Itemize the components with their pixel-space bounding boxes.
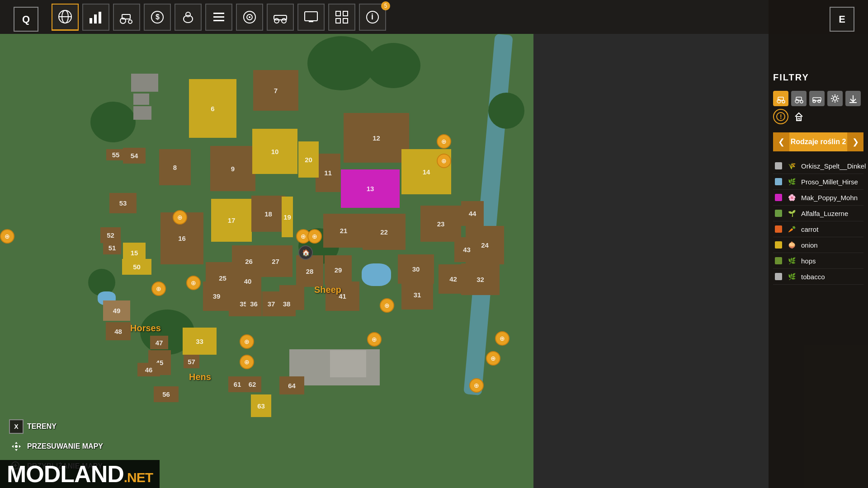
filter-small-tractor[interactable]: [791, 91, 807, 106]
toolbar-stats-btn[interactable]: [82, 4, 109, 31]
crop-color-1: [775, 178, 782, 185]
svg-rect-5: [99, 12, 101, 23]
crop-item-hops[interactable]: 🌿hops: [773, 253, 863, 269]
map-icon-9[interactable]: ⊕: [495, 331, 509, 346]
nav-title: Rodzaje roślin 2: [789, 138, 847, 146]
filter-download[interactable]: [845, 91, 861, 106]
filter-house[interactable]: [791, 109, 807, 124]
toolbar-screen-btn[interactable]: [297, 4, 325, 31]
field-38: 38: [278, 291, 296, 316]
crop-item-carrot[interactable]: 🥕carrot: [773, 221, 863, 237]
toolbar-map-btn[interactable]: [52, 4, 79, 31]
field-63: 63: [251, 394, 271, 417]
filter-tractor[interactable]: [773, 91, 788, 106]
map-icon-12[interactable]: ⊕: [240, 334, 254, 349]
toolbar: $ 5 i: [0, 0, 868, 34]
map-icon-8[interactable]: ⊕: [437, 154, 451, 168]
crop-item-mak_poppy_mohn[interactable]: 🌸Mak_Poppy_Mohn: [773, 190, 863, 206]
field-11: 11: [316, 154, 340, 192]
tereny-btn[interactable]: X TERENY: [9, 419, 103, 434]
toolbar-tractor-btn[interactable]: [113, 4, 140, 31]
q-button[interactable]: Q: [14, 7, 38, 32]
e-label: E: [839, 14, 845, 25]
toolbar-vehicle-btn[interactable]: [267, 4, 294, 31]
crop-item-onion[interactable]: 🧅onion: [773, 237, 863, 253]
map-icon-5[interactable]: ⊕: [307, 229, 322, 244]
pond: [362, 263, 391, 286]
map-icon-14[interactable]: ⊕: [367, 332, 382, 347]
svg-rect-27: [343, 11, 348, 16]
crop-icon-2: 🌸: [787, 192, 797, 202]
field-50: 50: [122, 259, 151, 275]
field-22: 22: [363, 214, 406, 250]
crop-list: 🌾Orkisz_Spelt__Dinkel🌿Proso_Millet_Hirse…: [773, 158, 863, 285]
field-27: 27: [259, 245, 292, 277]
svg-point-43: [813, 100, 816, 103]
toolbar-list-btn[interactable]: [205, 4, 232, 31]
modland-text: MODLAND.NET: [7, 461, 153, 487]
trees-right-top: [366, 43, 420, 88]
nav-prev-btn[interactable]: ❮: [773, 132, 789, 151]
field-53: 53: [109, 193, 137, 213]
field-21: 21: [323, 214, 364, 248]
notification-badge: 5: [381, 1, 390, 10]
filter-gear[interactable]: [827, 91, 843, 106]
crop-name-7: tobacco: [801, 273, 825, 281]
crop-name-4: carrot: [801, 225, 818, 233]
toolbar-animal-btn[interactable]: [175, 4, 202, 31]
x-key[interactable]: X: [9, 419, 24, 434]
pan-icon: [9, 439, 24, 454]
svg-point-13: [186, 12, 190, 17]
field-64: 64: [279, 376, 304, 394]
map-icon-3[interactable]: ⊕: [0, 229, 14, 244]
svg-rect-3: [90, 18, 92, 23]
category-nav: ❮ Rodzaje roślin 2 ❯: [773, 132, 863, 151]
svg-point-19: [249, 16, 250, 18]
field-57: 57: [184, 355, 199, 368]
toolbar-mission-btn[interactable]: [236, 4, 263, 31]
svg-rect-39: [778, 97, 783, 100]
map-icon-13[interactable]: ⊕: [240, 355, 254, 369]
crop-icon-5: 🧅: [787, 240, 797, 250]
map-icon-11[interactable]: ⊕: [469, 378, 484, 393]
filter-truck[interactable]: [809, 91, 825, 106]
crop-icon-6: 🌿: [787, 256, 797, 266]
field-18: 18: [251, 196, 285, 232]
przesuwanie-btn: PRZESUWANIE MAPY: [9, 439, 103, 454]
modland-logo: MODLAND.NET: [0, 460, 160, 488]
field-7: 7: [253, 70, 298, 111]
svg-rect-23: [305, 12, 317, 21]
e-button[interactable]: E: [830, 7, 854, 32]
svg-rect-28: [336, 19, 340, 23]
field-52: 52: [100, 227, 121, 243]
crop-item-orkisz_spelt__dinkel[interactable]: 🌾Orkisz_Spelt__Dinkel: [773, 158, 863, 174]
map-icon-1[interactable]: ⊕: [173, 210, 187, 225]
crop-item-proso_millet_hirse[interactable]: 🌿Proso_Millet_Hirse: [773, 174, 863, 190]
field-20: 20: [298, 141, 319, 178]
map-icon-15[interactable]: ⊕: [151, 282, 166, 296]
svg-point-37: [777, 99, 781, 103]
map-icon-10[interactable]: ⊕: [486, 351, 500, 366]
crop-item-tobacco[interactable]: 🌿tobacco: [773, 269, 863, 285]
crop-item-alfalfa_luzerne[interactable]: 🌱Alfalfa_Luzerne: [773, 206, 863, 221]
filter-icons: !: [773, 91, 863, 124]
trees-left: [90, 102, 136, 142]
field-36: 36: [246, 291, 262, 316]
home-icon[interactable]: 🏠: [298, 245, 313, 260]
filter-title: FILTRY: [773, 72, 863, 83]
map-icon-6[interactable]: ⊕: [380, 298, 394, 313]
crop-name-0: Orkisz_Spelt__Dinkel: [801, 162, 866, 170]
toolbar-grid-btn[interactable]: [328, 4, 355, 31]
toolbar-money-btn[interactable]: $: [144, 4, 171, 31]
map-icon-7[interactable]: ⊕: [437, 134, 451, 149]
filter-warning[interactable]: !: [773, 109, 788, 124]
crop-name-3: Alfalfa_Luzerne: [801, 210, 848, 217]
svg-rect-4: [94, 14, 97, 23]
map-icon-2[interactable]: ⊕: [186, 276, 201, 290]
field-41: 41: [326, 282, 359, 311]
field-43: 43: [454, 237, 479, 262]
nav-next-btn[interactable]: ❯: [847, 132, 863, 151]
building-3: [133, 106, 151, 120]
field-39: 39: [203, 282, 230, 311]
right-panel: FILTRY ! ❮ Rodzaje rośl: [769, 0, 868, 488]
